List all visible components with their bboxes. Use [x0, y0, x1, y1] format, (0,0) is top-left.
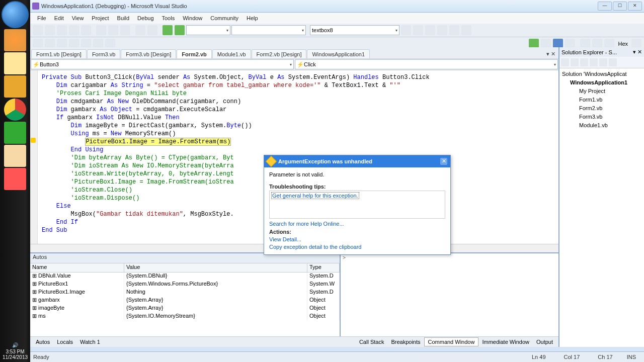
paint-icon[interactable] — [4, 145, 26, 167]
new-project-button[interactable] — [33, 25, 43, 35]
tb-icon-4[interactable] — [437, 25, 447, 35]
save-all-button[interactable] — [81, 25, 91, 35]
menu-help[interactable]: Help — [243, 14, 262, 22]
menu-file[interactable]: File — [33, 14, 50, 22]
copy-exception-link[interactable]: Copy exception detail to the clipboard — [269, 244, 445, 250]
document-tabs: Form1.vb [Design] Form3.vb Form3.vb [Des… — [30, 47, 558, 59]
add-item-button[interactable] — [45, 25, 55, 35]
breakpoint-icon — [31, 138, 36, 143]
bottom-tabs: Autos Locals Watch 1 Call Stack Breakpoi… — [30, 336, 558, 347]
method-combo[interactable]: ⚡Click▾ — [295, 59, 558, 69]
close-button[interactable]: ✕ — [628, 2, 642, 11]
tb-icon-5[interactable] — [449, 25, 459, 35]
tab-breakpoints[interactable]: Breakpoints — [387, 338, 424, 346]
sol-tb-4[interactable] — [590, 58, 598, 66]
unknown-icon-1[interactable] — [4, 122, 26, 144]
tab-watch1[interactable]: Watch 1 — [76, 338, 104, 346]
unknown-icon-2[interactable] — [4, 168, 26, 190]
start-button[interactable] — [175, 25, 185, 35]
search-help-link[interactable]: Search for more Help Online... — [269, 221, 445, 227]
sol-tb-1[interactable] — [561, 58, 569, 66]
actions-label: Actions: — [269, 229, 445, 235]
tb-icon-6[interactable] — [461, 25, 471, 35]
windows-taskbar: 🔊 3:53 PM 11/24/2013 — [0, 0, 30, 362]
toolbar-main: ▾ ▾ textbox8▾ — [30, 24, 644, 37]
chrome-icon[interactable] — [4, 99, 26, 121]
status-ins: INS — [627, 354, 636, 360]
start-orb[interactable] — [2, 1, 29, 28]
minimize-button[interactable]: — — [598, 2, 612, 11]
winamp-icon[interactable] — [4, 75, 26, 98]
autos-row[interactable]: ⊞ PictureBox1{System.Windows.Forms.Pictu… — [30, 281, 340, 289]
statusbar: Ready Ln 49 Col 17 Ch 17 INS — [30, 351, 644, 362]
tab-form1-design[interactable]: Form1.vb [Design] — [31, 49, 87, 58]
gutter — [30, 70, 38, 244]
menu-build[interactable]: Build — [113, 14, 133, 22]
firefox-icon[interactable] — [4, 29, 26, 51]
paste-button[interactable] — [120, 25, 130, 35]
config-combo[interactable]: ▾ — [186, 25, 230, 35]
solution-explorer-title: Solution Explorer - S...▾ ✕ — [559, 47, 644, 57]
solution-explorer: Solution Explorer - S...▾ ✕ Solution 'Wi… — [558, 47, 644, 347]
platform-combo[interactable]: ▾ — [231, 25, 306, 35]
tab-app[interactable]: WindowsApplication1 — [307, 49, 370, 58]
current-line-highlight: PictureBox1.Image = Image.FromStream(ms) — [85, 138, 231, 146]
copy-button[interactable] — [108, 25, 118, 35]
tab-form2-design[interactable]: Form2.vb [Design] — [252, 49, 307, 58]
solution-tree[interactable]: Solution 'WindowsApplicat WindowsApplica… — [559, 68, 644, 131]
autos-rows[interactable]: ⊞ DBNull.Value{System.DBNull}System.D⊞ P… — [30, 273, 340, 321]
tab-form2[interactable]: Form2.vb — [177, 49, 212, 58]
item-module1: Module1.vb — [561, 121, 642, 130]
open-button[interactable] — [57, 25, 67, 35]
class-combo[interactable]: ⚡Button3▾ — [31, 59, 294, 69]
redo-button[interactable] — [147, 25, 157, 35]
command-window[interactable]: > — [341, 253, 558, 336]
start-debug-button[interactable] — [163, 25, 173, 35]
save-button[interactable] — [69, 25, 79, 35]
undo-button[interactable] — [135, 25, 145, 35]
titlebar: WindowsApplication1 (Debugging) - Micros… — [30, 0, 644, 13]
autos-row[interactable]: ⊞ ms{System.IO.MemoryStream}Object — [30, 313, 340, 321]
tab-form3[interactable]: Form3.vb — [87, 49, 120, 58]
tab-module1[interactable]: Module1.vb — [212, 49, 251, 58]
tab-output[interactable]: Output — [533, 338, 556, 346]
tab-close-icon[interactable]: ▾ ✕ — [543, 50, 558, 58]
tip-link[interactable]: Get general help for this exception. — [271, 192, 359, 199]
item-form2: Form2.vb — [561, 104, 642, 113]
exception-message: Parameter is not valid. — [269, 170, 445, 182]
tab-immediate[interactable]: Immediate Window — [478, 338, 533, 346]
menu-project[interactable]: Project — [88, 14, 113, 22]
view-detail-link[interactable]: View Detail... — [269, 236, 445, 242]
sol-tb-6[interactable] — [609, 58, 617, 66]
tab-callstack[interactable]: Call Stack — [356, 338, 388, 346]
find-combo[interactable]: textbox8▾ — [310, 25, 399, 35]
menu-window[interactable]: Window — [179, 14, 206, 22]
tb-icon-1[interactable] — [401, 25, 411, 35]
explorer-icon[interactable] — [4, 52, 26, 74]
menu-community[interactable]: Community — [206, 14, 243, 22]
sol-tb-3[interactable] — [580, 58, 588, 66]
maximize-button[interactable]: ☐ — [613, 2, 627, 11]
system-tray[interactable]: 🔊 3:53 PM 11/24/2013 — [0, 342, 30, 360]
cut-button[interactable] — [96, 25, 106, 35]
sol-tb-5[interactable] — [599, 58, 607, 66]
sol-tb-2[interactable] — [571, 58, 579, 66]
menu-debug[interactable]: Debug — [133, 14, 157, 22]
autos-panel: Autos NameValueType ⊞ DBNull.Value{Syste… — [30, 253, 341, 336]
tb-icon-2[interactable] — [413, 25, 423, 35]
exception-close-icon[interactable]: ✕ — [440, 158, 447, 165]
autos-row[interactable]: ⊞ imageByte{System.Array}Object — [30, 305, 340, 313]
tab-form3-design[interactable]: Form3.vb [Design] — [121, 49, 176, 58]
menu-tools[interactable]: Tools — [158, 14, 179, 22]
autos-row[interactable]: ⊞ DBNull.Value{System.DBNull}System.D — [30, 273, 340, 281]
menu-view[interactable]: View — [68, 14, 88, 22]
tb-icon-3[interactable] — [425, 25, 435, 35]
exception-popup: ArgumentException was unhandled ✕ Parame… — [264, 155, 451, 255]
tab-autos[interactable]: Autos — [32, 338, 53, 346]
tab-locals[interactable]: Locals — [53, 338, 76, 346]
autos-row[interactable]: ⊞ gambarx{System.Array}Object — [30, 297, 340, 305]
tab-commandwindow[interactable]: Command Window — [424, 337, 479, 346]
autos-row[interactable]: ⊞ PictureBox1.ImageNothingSystem.D — [30, 289, 340, 297]
menu-edit[interactable]: Edit — [50, 14, 68, 22]
status-ready: Ready — [33, 354, 49, 360]
